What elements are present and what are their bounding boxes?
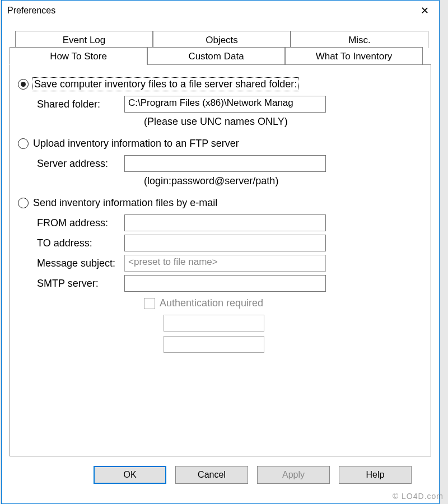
close-icon: ✕ (421, 4, 429, 17)
option-ftp[interactable]: Upload inventory information to an FTP s… (18, 138, 423, 150)
auth-required-label: Authentication required (160, 297, 263, 309)
smtp-server-input[interactable] (124, 275, 326, 292)
login-label: Login: (18, 318, 164, 329)
radio-email[interactable] (18, 198, 29, 208)
apply-button[interactable]: Apply (257, 466, 330, 484)
option-file-server[interactable]: Save computer inventory files to a file … (18, 78, 423, 90)
titlebar: Preferences ✕ (2, 1, 439, 21)
help-button[interactable]: Help (339, 466, 412, 484)
radio-ftp[interactable] (18, 138, 29, 149)
tab-objects[interactable]: Objects (153, 31, 291, 48)
tab-row-front: How To Store Custom Data What To Invento… (10, 47, 431, 65)
tab-how-to-store[interactable]: How To Store (10, 47, 147, 65)
shared-folder-input[interactable]: C:\Program Files (x86)\Network Manag (124, 96, 326, 113)
radio-ftp-label: Upload inventory information to an FTP s… (33, 138, 239, 150)
close-button[interactable]: ✕ (412, 2, 437, 20)
tab-custom-data[interactable]: Custom Data (147, 47, 285, 65)
window-title: Preferences (7, 6, 55, 16)
radio-file-server-label: Save computer inventory files to a file … (33, 78, 298, 90)
content-area: Event Log Objects Misc. How To Store Cus… (2, 21, 439, 484)
preferences-window: Preferences ✕ Event Log Objects Misc. Ho… (1, 0, 440, 504)
server-address-input[interactable] (124, 155, 326, 172)
smtp-server-label: SMTP server: (18, 278, 124, 290)
login-input[interactable] (164, 315, 264, 332)
message-subject-input[interactable]: <preset to file name> (124, 255, 326, 272)
password-label: Password: (18, 339, 164, 351)
cancel-button[interactable]: Cancel (175, 466, 248, 484)
unc-hint: (Please use UNC names ONLY) (18, 116, 423, 128)
tab-container: Event Log Objects Misc. How To Store Cus… (10, 31, 431, 457)
radio-email-label: Send inventory information files by e-ma… (33, 197, 217, 209)
from-address-label: FROM address: (18, 217, 124, 229)
tab-panel-how-to-store: Save computer inventory files to a file … (10, 64, 431, 456)
radio-file-server[interactable] (18, 79, 29, 90)
dialog-buttons: OK Cancel Apply Help (10, 466, 431, 484)
tab-what-to-inventory[interactable]: What To Inventory (285, 47, 423, 65)
auth-required-checkbox[interactable] (144, 298, 155, 309)
server-address-label: Server address: (18, 158, 124, 170)
to-address-label: TO address: (18, 237, 124, 249)
tab-row-back: Event Log Objects Misc. (10, 31, 431, 48)
shared-folder-label: Shared folder: (18, 99, 124, 110)
option-email[interactable]: Send inventory information files by e-ma… (18, 197, 423, 209)
from-address-input[interactable] (124, 214, 326, 231)
password-input[interactable] (164, 336, 264, 353)
message-subject-label: Message subject: (18, 258, 124, 269)
auth-required-row: Authentication required (18, 297, 423, 309)
tab-event-log[interactable]: Event Log (15, 31, 153, 48)
ok-button[interactable]: OK (94, 466, 166, 484)
to-address-input[interactable] (124, 235, 326, 251)
tab-misc[interactable]: Misc. (291, 31, 428, 48)
ftp-hint: (login:password@server/path) (18, 175, 423, 187)
